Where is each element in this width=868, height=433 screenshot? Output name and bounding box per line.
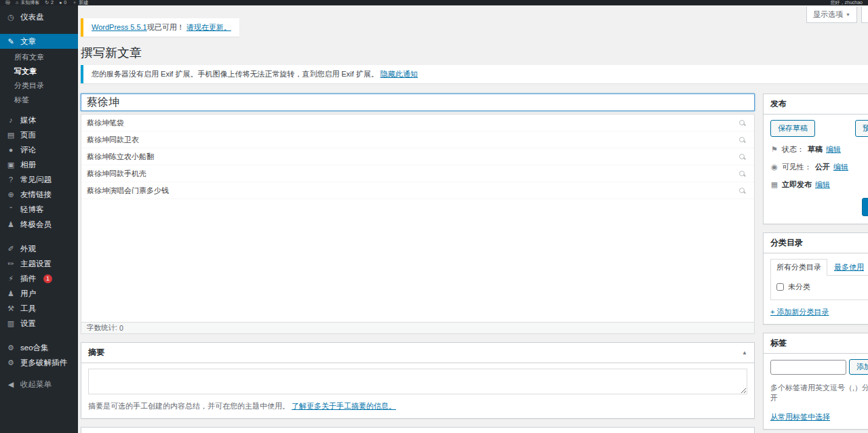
edit-schedule-link[interactable]: 编辑	[815, 180, 830, 190]
comments-indicator[interactable]: ● 0	[59, 0, 66, 5]
sidebar-item-appearance[interactable]: ✐ 外观	[0, 241, 78, 256]
site-name-link[interactable]: ⌂ 未知博客	[16, 0, 39, 5]
preview-button[interactable]: 预览	[855, 120, 868, 137]
sidebar-item-posts[interactable]: ✎ 文章	[0, 34, 78, 49]
category-item-uncategorized[interactable]: 未分类	[776, 282, 868, 292]
categories-panel-header[interactable]: 分类目录	[764, 233, 868, 253]
wordpress-version-link[interactable]: WordPress 5.5.1	[92, 23, 147, 31]
plus-icon: ＋	[72, 0, 77, 5]
comments-icon: ●	[6, 146, 16, 154]
status-row: ⚑ 状态： 草稿 编辑	[770, 144, 868, 154]
calendar-icon: ▦	[770, 180, 778, 189]
add-tag-button[interactable]: 添加	[849, 359, 868, 375]
publish-button[interactable]: 发布	[862, 198, 868, 216]
sidebar-item-media[interactable]: ♪ 媒体	[0, 112, 78, 127]
member-icon: ♟	[6, 220, 16, 229]
sidebar-item-more-plugins[interactable]: ⚙ 更多破解插件	[0, 355, 78, 370]
chevron-down-icon: ▼	[846, 12, 850, 17]
edit-status-link[interactable]: 编辑	[826, 144, 841, 154]
sidebar-item-gallery[interactable]: ▣ 相册	[0, 157, 78, 172]
sidebar-item-settings[interactable]: ▥ 设置	[0, 316, 78, 331]
new-content-menu[interactable]: ＋ 新建	[72, 0, 88, 5]
word-count-value: 0	[119, 324, 123, 332]
excerpt-learn-more-link[interactable]: 了解更多关于手工摘要的信息。	[292, 402, 396, 410]
sidebar-item-seo-collection[interactable]: ⚙ seo合集	[0, 340, 78, 355]
sidebar-item-faq[interactable]: ? 常见问题	[0, 172, 78, 187]
updates-count: 2	[51, 0, 54, 5]
trackback-panel-header[interactable]: 发送Trackback ▲	[81, 428, 754, 433]
toggle-panel-icon[interactable]: ▲	[742, 350, 747, 356]
collapse-menu-button[interactable]: ◀ 收起菜单	[0, 377, 78, 392]
updates-indicator[interactable]: ↻ 2	[45, 0, 54, 5]
menu-gap	[0, 24, 78, 34]
tags-panel-header[interactable]: 标签	[764, 333, 868, 354]
submenu-item-categories[interactable]: 分类目录	[0, 79, 78, 93]
user-greeting[interactable]: 您好，zhuchao	[831, 0, 863, 5]
post-title-input[interactable]	[81, 94, 755, 111]
pencil-icon: ✏	[6, 260, 16, 268]
dismiss-notice-link[interactable]: 隐藏此通知	[380, 70, 418, 78]
update-icon: ↻	[45, 0, 49, 5]
search-icon[interactable]	[739, 188, 745, 193]
sidebar-item-lightblog[interactable]: “ 轻博客	[0, 202, 78, 217]
settings-icon: ▥	[6, 319, 16, 328]
pin-icon: ⚑	[770, 145, 778, 154]
suggestion-item[interactable]: 蔡徐坤笔袋	[81, 115, 754, 131]
add-new-category-link[interactable]: + 添加新分类目录	[770, 307, 829, 317]
home-icon: ⌂	[16, 0, 18, 5]
search-icon[interactable]	[739, 120, 745, 125]
sidebar-item-tools[interactable]: ⚒ 工具	[0, 301, 78, 316]
sidebar-item-dashboard[interactable]: ◷ 仪表盘	[0, 9, 78, 24]
search-icon[interactable]	[739, 137, 745, 142]
help-button[interactable]: 帮助	[861, 7, 868, 23]
update-nag-notice: WordPress 5.5.1现已可用！ 请现在更新。	[81, 18, 239, 37]
edit-visibility-link[interactable]: 编辑	[833, 162, 848, 172]
update-now-link[interactable]: 请现在更新。	[186, 23, 231, 31]
appearance-icon: ✐	[6, 245, 16, 253]
sidebar-item-users[interactable]: ♟ 用户	[0, 286, 78, 301]
excerpt-description: 摘要是可选的手工创建的内容总结，并可在您的主题中使用。 了解更多关于手工摘要的信…	[88, 401, 747, 411]
suggestion-item[interactable]: 蔡徐坤陈立农小船翻	[81, 148, 754, 165]
search-icon[interactable]	[739, 154, 745, 159]
gallery-icon: ▣	[6, 161, 16, 169]
new-label: 新建	[79, 0, 88, 5]
submenu-item-all-posts[interactable]: 所有文章	[0, 50, 78, 64]
sidebar-item-pages[interactable]: ▤ 页面	[0, 127, 78, 142]
suggestion-item[interactable]: 蔡徐坤同款手机壳	[81, 165, 754, 182]
gear-icon: ⚙	[6, 358, 16, 367]
wordpress-logo-icon[interactable]: Ⓦ	[5, 0, 10, 5]
quote-icon: “	[6, 205, 16, 213]
menu-gap	[0, 232, 78, 241]
publish-panel-header[interactable]: 发布	[764, 94, 868, 115]
category-checklist: 未分类	[770, 276, 868, 300]
title-suggestions-dropdown: 蔡徐坤笔袋 蔡徐坤同款卫衣 蔡徐坤陈立农小船翻 蔡徐坤同款手机壳 蔡徐坤演唱会门…	[81, 114, 755, 323]
excerpt-panel-header[interactable]: 摘要 ▲	[81, 343, 754, 363]
choose-from-tags-link[interactable]: 从常用标签中选择	[770, 412, 830, 422]
sidebar-item-ultimate-member[interactable]: ♟ 终极会员	[0, 217, 78, 232]
screen-options-button[interactable]: 显示选项 ▼	[806, 7, 857, 23]
sidebar-item-theme-settings[interactable]: ✏ 主题设置	[0, 256, 78, 271]
submenu-item-tags[interactable]: 标签	[0, 93, 78, 107]
plugins-update-badge: 1	[43, 274, 52, 283]
sidebar-item-links[interactable]: ⊕ 友情链接	[0, 187, 78, 202]
exif-info-notice: 您的服务器没有启用 Exif 扩展。手机图像上传将无法正常旋转，直到您启用 Ex…	[81, 65, 868, 83]
suggestion-item[interactable]: 蔡徐坤同款卫衣	[81, 131, 754, 148]
visibility-value: 公开	[815, 162, 830, 172]
tab-all-categories[interactable]: 所有分类目录	[770, 259, 827, 276]
plugin-icon: ⚡	[6, 274, 16, 283]
pushpin-icon: ✎	[6, 37, 16, 46]
tags-panel: 标签 添加 多个标签请用英文逗号（,）分开 从常用标签中选择	[763, 333, 868, 430]
excerpt-textarea[interactable]	[88, 369, 747, 394]
tab-most-used[interactable]: 最多使用	[834, 260, 864, 275]
sidebar-item-plugins[interactable]: ⚡ 插件 1	[0, 271, 78, 286]
search-icon[interactable]	[739, 171, 745, 176]
uncategorized-checkbox[interactable]	[776, 283, 784, 291]
save-draft-button[interactable]: 保存草稿	[770, 120, 815, 137]
status-value: 草稿	[808, 144, 823, 154]
submenu-item-add-new-post[interactable]: 写文章	[0, 64, 78, 79]
new-tag-input[interactable]	[770, 360, 846, 375]
admin-bar: Ⓦ ⌂ 未知博客 ↻ 2 ● 0 ＋ 新建 您好，zhuchao	[0, 0, 868, 5]
suggestion-item[interactable]: 蔡徐坤演唱会门票多少钱	[81, 182, 754, 199]
sidebar-item-comments[interactable]: ● 评论	[0, 142, 78, 157]
tag-hint-text: 多个标签请用英文逗号（,）分开	[770, 383, 868, 403]
